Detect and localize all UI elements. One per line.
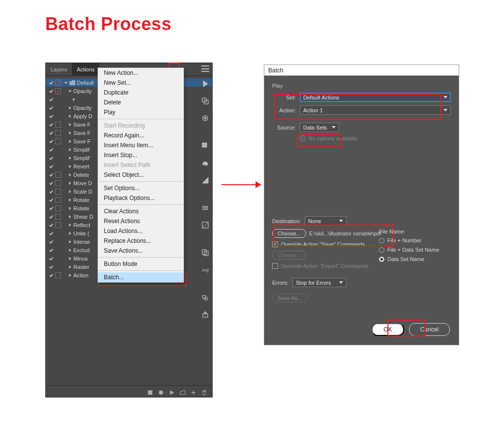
- caret-icon[interactable]: [67, 181, 72, 185]
- toggle-dialog-icon[interactable]: [55, 272, 61, 278]
- menu-item[interactable]: Insert Stop...: [98, 150, 184, 160]
- caret-icon[interactable]: [67, 165, 72, 168]
- caret-icon[interactable]: [67, 240, 72, 244]
- menu-item[interactable]: Duplicate: [98, 88, 184, 98]
- export-icon[interactable]: [200, 310, 210, 320]
- toggle-dialog-icon[interactable]: [55, 214, 61, 220]
- caret-icon[interactable]: [67, 198, 72, 202]
- row-checkmark-icon[interactable]: [48, 171, 54, 178]
- caret-icon[interactable]: [67, 223, 72, 227]
- choose-button[interactable]: Choose...: [272, 229, 306, 238]
- row-checkmark-icon[interactable]: [48, 121, 54, 128]
- pathfinder-icon[interactable]: [200, 96, 210, 106]
- caret-icon[interactable]: [67, 215, 72, 219]
- menu-item[interactable]: Save Actions...: [98, 246, 184, 256]
- menu-item[interactable]: Insert Menu Item...: [98, 140, 184, 150]
- caret-icon[interactable]: [67, 106, 72, 110]
- toggle-dialog-icon[interactable]: [55, 172, 61, 178]
- caret-icon[interactable]: [67, 114, 72, 118]
- menu-item[interactable]: Batch...: [98, 272, 184, 282]
- menu-item[interactable]: Button Mode: [98, 259, 184, 269]
- source-select[interactable]: Data Sets: [300, 123, 339, 132]
- toggle-dialog-icon[interactable]: [55, 80, 61, 86]
- toggle-dialog-icon[interactable]: [55, 130, 61, 136]
- caret-icon[interactable]: [71, 98, 76, 101]
- record-icon[interactable]: [158, 389, 164, 395]
- row-checkmark-icon[interactable]: [48, 96, 54, 102]
- stroke-icon[interactable]: [200, 203, 210, 213]
- toggle-dialog-icon[interactable]: [55, 197, 61, 203]
- override-save-checkbox[interactable]: [272, 241, 278, 247]
- swatches-icon[interactable]: [200, 141, 210, 151]
- menu-item[interactable]: Play: [98, 107, 184, 117]
- destination-select[interactable]: None: [305, 216, 346, 226]
- menu-item[interactable]: New Set...: [98, 78, 184, 88]
- caret-icon[interactable]: [67, 173, 72, 177]
- new-set-icon[interactable]: [180, 389, 186, 395]
- panel-menu-icon[interactable]: [201, 66, 209, 72]
- caret-icon[interactable]: [67, 231, 72, 235]
- svg-icon[interactable]: svg: [200, 265, 210, 275]
- row-checkmark-icon[interactable]: [48, 264, 54, 270]
- caret-icon[interactable]: [67, 131, 72, 135]
- toggle-dialog-icon[interactable]: [55, 180, 61, 186]
- menu-item[interactable]: Record Again...: [98, 131, 184, 140]
- row-checkmark-icon[interactable]: [48, 197, 54, 203]
- toggle-dialog-icon[interactable]: [55, 138, 61, 144]
- caret-icon[interactable]: [67, 273, 72, 277]
- set-select[interactable]: Default Actions: [300, 93, 451, 102]
- row-checkmark-icon[interactable]: [48, 213, 54, 220]
- row-checkmark-icon[interactable]: [48, 130, 54, 136]
- fn-radio-2[interactable]: [379, 247, 384, 253]
- color-icon[interactable]: [200, 158, 210, 168]
- fn-radio-3[interactable]: [379, 257, 384, 262]
- row-checkmark-icon[interactable]: [48, 104, 54, 111]
- appearance-icon[interactable]: [200, 113, 210, 123]
- menu-item[interactable]: Clear Actions: [98, 206, 184, 216]
- row-checkmark-icon[interactable]: [48, 155, 54, 161]
- tab-layers[interactable]: Layers: [46, 63, 72, 75]
- play-icon[interactable]: [169, 389, 175, 395]
- caret-icon[interactable]: [67, 139, 72, 143]
- row-checkmark-icon[interactable]: [48, 113, 54, 119]
- row-checkmark-icon[interactable]: [48, 230, 54, 236]
- row-checkmark-icon[interactable]: [48, 222, 54, 228]
- toggle-dialog-icon[interactable]: [55, 222, 61, 228]
- caret-icon[interactable]: [67, 148, 72, 152]
- menu-item[interactable]: Delete: [98, 98, 184, 107]
- toggle-dialog-icon[interactable]: [55, 189, 61, 195]
- play-small-icon[interactable]: [200, 79, 210, 89]
- row-checkmark-icon[interactable]: [48, 138, 54, 144]
- row-checkmark-icon[interactable]: [48, 255, 54, 262]
- align-icon[interactable]: [200, 293, 210, 302]
- row-checkmark-icon[interactable]: [48, 163, 54, 169]
- menu-item[interactable]: Playback Options...: [98, 193, 184, 203]
- caret-icon[interactable]: [67, 156, 72, 160]
- stop-icon[interactable]: [147, 389, 153, 395]
- menu-item[interactable]: Replace Actions...: [98, 236, 184, 246]
- menu-item[interactable]: New Action...: [98, 68, 184, 78]
- row-checkmark-icon[interactable]: [48, 247, 54, 253]
- toggle-dialog-icon[interactable]: [55, 88, 61, 94]
- row-checkmark-icon[interactable]: [48, 146, 54, 153]
- fn-radio-1[interactable]: [379, 238, 384, 243]
- artboards-icon[interactable]: [200, 248, 210, 258]
- caret-icon[interactable]: [67, 89, 72, 93]
- row-checkmark-icon[interactable]: [48, 205, 54, 211]
- caret-icon[interactable]: [67, 257, 72, 261]
- row-checkmark-icon[interactable]: [48, 88, 54, 94]
- override-export-checkbox[interactable]: [272, 263, 278, 269]
- cancel-button[interactable]: Cancel: [409, 323, 450, 336]
- tab-actions[interactable]: Actions: [72, 63, 99, 75]
- toggle-dialog-icon[interactable]: [55, 122, 61, 128]
- new-action-icon[interactable]: [190, 389, 196, 395]
- caret-down-icon[interactable]: [63, 81, 68, 85]
- ok-button[interactable]: OK: [372, 323, 404, 336]
- menu-item[interactable]: Reset Actions: [98, 216, 184, 226]
- caret-icon[interactable]: [67, 265, 72, 269]
- caret-icon[interactable]: [67, 248, 72, 252]
- menu-item[interactable]: Set Options...: [98, 183, 184, 193]
- caret-icon[interactable]: [67, 206, 72, 210]
- caret-icon[interactable]: [67, 123, 72, 127]
- row-checkmark-icon[interactable]: [48, 180, 54, 186]
